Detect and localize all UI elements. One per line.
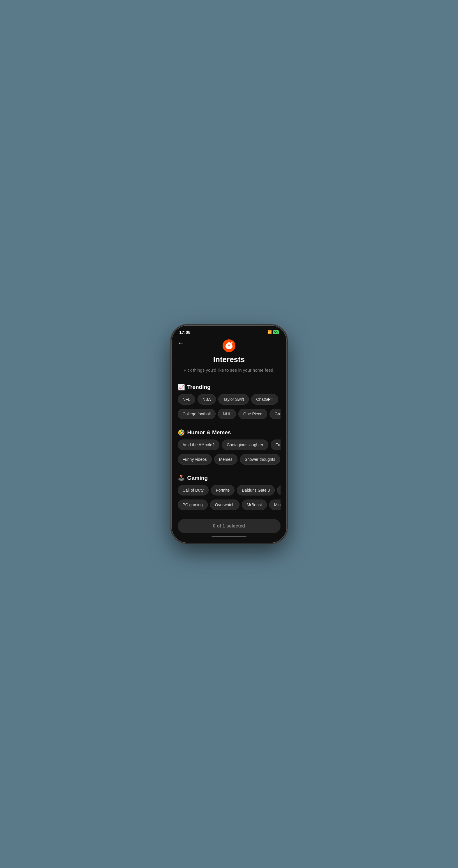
- phone-frame: 17:08 📶 55 ←: [172, 326, 286, 542]
- tags-row-gaming-1[interactable]: PC gamingOverwatchMrBeastMinecraft: [178, 499, 281, 513]
- tag-baldur's-gate-3[interactable]: Baldur's Gate 3: [237, 485, 275, 495]
- notch: [210, 326, 248, 334]
- tag-overwatch[interactable]: Overwatch: [210, 499, 240, 510]
- svg-line-9: [231, 343, 232, 343]
- svg-point-6: [226, 343, 228, 345]
- tags-row-gaming-0[interactable]: Call of DutyFortniteBaldur's Gate 3Indie: [178, 485, 281, 498]
- tag-memes[interactable]: Memes: [214, 454, 238, 465]
- section-trending: 📈TrendingNFLNBATaylor SwiftChatGPTCrypto…: [172, 379, 286, 424]
- tag-taylor-swift[interactable]: Taylor Swift: [218, 394, 249, 405]
- phone-screen: 17:08 📶 55 ←: [172, 326, 286, 542]
- tag-funny[interactable]: Funny: [271, 439, 281, 450]
- section-emoji-humor: 🤣: [178, 429, 185, 436]
- page-subtitle: Pick things you'd like to see in your ho…: [184, 367, 274, 373]
- tag-college-football[interactable]: College football: [178, 409, 216, 419]
- section-label-gaming: Gaming: [187, 475, 208, 481]
- section-gaming: 🕹️GamingCall of DutyFortniteBaldur's Gat…: [172, 470, 286, 515]
- tag-chatgpt[interactable]: ChatGPT: [251, 394, 278, 405]
- section-title-trending: 📈Trending: [178, 383, 281, 391]
- status-time: 17:08: [180, 330, 190, 335]
- tags-row-humor-0[interactable]: Am I the A**hole?Contagious laughterFunn…: [178, 439, 281, 453]
- svg-point-4: [227, 343, 228, 344]
- section-humor: 🤣Humor & MemesAm I the A**hole?Contagiou…: [172, 424, 286, 470]
- battery-level: 55: [273, 330, 278, 334]
- tag-am-i-the-a**hole?[interactable]: Am I the A**hole?: [178, 439, 220, 450]
- back-button[interactable]: ←: [178, 339, 184, 347]
- tag-nfl[interactable]: NFL: [178, 394, 195, 405]
- tag-one-piece[interactable]: One Piece: [238, 409, 267, 419]
- page-title: Interests: [213, 355, 245, 364]
- home-indicator: [212, 536, 246, 537]
- reddit-logo: [222, 339, 236, 352]
- status-icons: 📶 55: [268, 330, 278, 334]
- tag-minecraft[interactable]: Minecraft: [269, 499, 281, 510]
- tag-shower-thoughts[interactable]: Shower thoughts: [240, 454, 280, 465]
- bottom-bar: 0 of 1 selected: [172, 516, 286, 542]
- tag-indie[interactable]: Indie: [277, 485, 280, 495]
- section-title-humor: 🤣Humor & Memes: [178, 429, 281, 436]
- tag-grand-theft-auto[interactable]: Grand Theft Auto: [270, 409, 280, 419]
- signal-icon: 📶: [268, 330, 272, 334]
- svg-point-7: [231, 343, 232, 345]
- section-title-gaming: 🕹️Gaming: [178, 474, 281, 482]
- tags-row-trending-0[interactable]: NFLNBATaylor SwiftChatGPTCrypto: [178, 394, 281, 407]
- header: ←: [172, 337, 286, 379]
- section-label-trending: Trending: [187, 384, 211, 390]
- svg-point-5: [230, 343, 231, 344]
- tag-mrbeast[interactable]: MrBeast: [242, 499, 267, 510]
- tag-contagious-laughter[interactable]: Contagious laughter: [222, 439, 268, 450]
- tag-funny-videos[interactable]: Funny videos: [178, 454, 212, 465]
- tag-pc-gaming[interactable]: PC gaming: [178, 499, 208, 510]
- selected-button[interactable]: 0 of 1 selected: [178, 519, 281, 533]
- tags-row-humor-1[interactable]: Funny videosMemesShower thoughts: [178, 454, 281, 467]
- screen-content[interactable]: ←: [172, 337, 286, 542]
- section-emoji-gaming: 🕹️: [178, 474, 185, 482]
- tag-fortnite[interactable]: Fortnite: [211, 485, 235, 495]
- tag-nhl[interactable]: NHL: [218, 409, 236, 419]
- tags-row-trending-1[interactable]: College footballNHLOne PieceGrand Theft …: [178, 409, 281, 422]
- section-emoji-trending: 📈: [178, 383, 185, 391]
- tag-call-of-duty[interactable]: Call of Duty: [178, 485, 209, 495]
- section-label-humor: Humor & Memes: [187, 429, 231, 436]
- tag-nba[interactable]: NBA: [197, 394, 216, 405]
